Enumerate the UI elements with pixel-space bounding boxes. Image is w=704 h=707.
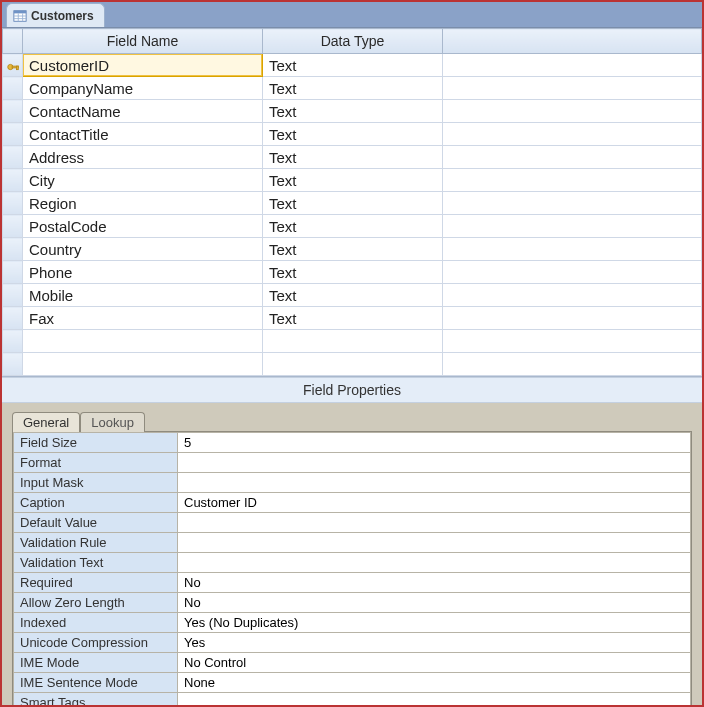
column-header-field-name[interactable]: Field Name [23, 29, 263, 54]
table-icon [13, 9, 27, 23]
field-properties-header: Field Properties [2, 377, 702, 403]
row-selector[interactable] [3, 100, 23, 123]
primary-key-icon [6, 57, 20, 71]
property-value[interactable] [178, 693, 691, 705]
description-cell[interactable] [443, 192, 702, 215]
data-type-cell[interactable]: Text [263, 215, 443, 238]
row-selector[interactable] [3, 353, 23, 376]
property-subtabs: General Lookup [12, 411, 692, 431]
description-cell[interactable] [443, 261, 702, 284]
field-name-cell[interactable]: Phone [23, 261, 263, 284]
description-cell[interactable] [443, 330, 702, 353]
description-cell[interactable] [443, 100, 702, 123]
property-value[interactable]: No Control [178, 653, 691, 673]
property-name: IME Sentence Mode [14, 673, 178, 693]
row-selector[interactable] [3, 261, 23, 284]
field-name-cell[interactable]: Country [23, 238, 263, 261]
row-selector[interactable] [3, 123, 23, 146]
data-type-cell[interactable]: Text [263, 284, 443, 307]
description-cell[interactable] [443, 307, 702, 330]
data-type-cell[interactable]: Text [263, 169, 443, 192]
row-selector[interactable] [3, 77, 23, 100]
property-value[interactable]: Yes [178, 633, 691, 653]
property-value[interactable] [178, 533, 691, 553]
field-name-cell[interactable]: Region [23, 192, 263, 215]
description-cell[interactable] [443, 215, 702, 238]
data-type-cell[interactable]: Text [263, 307, 443, 330]
property-value[interactable]: None [178, 673, 691, 693]
property-name: Allow Zero Length [14, 593, 178, 613]
data-type-cell[interactable] [263, 353, 443, 376]
row-selector[interactable] [3, 146, 23, 169]
svg-rect-1 [14, 11, 26, 14]
description-cell[interactable] [443, 146, 702, 169]
object-tab-customers[interactable]: Customers [6, 3, 105, 27]
property-name: IME Mode [14, 653, 178, 673]
row-selector[interactable] [3, 330, 23, 353]
field-name-cell[interactable]: Mobile [23, 284, 263, 307]
row-selector[interactable] [3, 284, 23, 307]
data-type-cell[interactable]: Text [263, 238, 443, 261]
field-name-cell[interactable]: ContactName [23, 100, 263, 123]
data-type-cell[interactable]: Text [263, 77, 443, 100]
description-cell[interactable] [443, 54, 702, 77]
property-value[interactable] [178, 453, 691, 473]
field-name-cell[interactable]: Address [23, 146, 263, 169]
field-properties-pane: General Lookup Field Size5FormatInput Ma… [2, 403, 702, 705]
description-cell[interactable] [443, 169, 702, 192]
data-type-cell[interactable]: Text [263, 54, 443, 77]
data-type-cell[interactable]: Text [263, 123, 443, 146]
property-value[interactable]: No [178, 573, 691, 593]
property-name: Required [14, 573, 178, 593]
field-name-cell[interactable]: Fax [23, 307, 263, 330]
data-type-cell[interactable]: Text [263, 261, 443, 284]
property-value[interactable]: 5 [178, 433, 691, 453]
property-name: Unicode Compression [14, 633, 178, 653]
data-type-cell[interactable] [263, 330, 443, 353]
data-type-cell[interactable]: Text [263, 100, 443, 123]
field-name-cell[interactable]: PostalCode [23, 215, 263, 238]
field-name-cell[interactable] [23, 330, 263, 353]
field-name-cell[interactable]: City [23, 169, 263, 192]
subtab-lookup[interactable]: Lookup [80, 412, 145, 432]
property-name: Smart Tags [14, 693, 178, 705]
property-name: Field Size [14, 433, 178, 453]
object-tabbar: Customers [2, 2, 702, 28]
field-name-cell[interactable] [23, 353, 263, 376]
property-name: Default Value [14, 513, 178, 533]
property-name: Input Mask [14, 473, 178, 493]
row-selector[interactable] [3, 307, 23, 330]
description-cell[interactable] [443, 77, 702, 100]
row-selector[interactable] [3, 215, 23, 238]
field-name-cell[interactable]: ContactTitle [23, 123, 263, 146]
field-name-cell[interactable]: CustomerID [23, 54, 263, 77]
description-cell[interactable] [443, 353, 702, 376]
row-selector-header[interactable] [3, 29, 23, 54]
property-value[interactable] [178, 473, 691, 493]
data-type-cell[interactable]: Text [263, 146, 443, 169]
property-name: Caption [14, 493, 178, 513]
svg-rect-8 [16, 66, 18, 70]
property-name: Validation Text [14, 553, 178, 573]
fields-grid: Field Name Data Type CustomerIDTextCompa… [2, 28, 702, 377]
field-name-cell[interactable]: CompanyName [23, 77, 263, 100]
property-value[interactable] [178, 513, 691, 533]
column-header-data-type[interactable]: Data Type [263, 29, 443, 54]
property-value[interactable]: No [178, 593, 691, 613]
description-cell[interactable] [443, 123, 702, 146]
property-value[interactable]: Yes (No Duplicates) [178, 613, 691, 633]
description-cell[interactable] [443, 284, 702, 307]
property-name: Validation Rule [14, 533, 178, 553]
property-value[interactable]: Customer ID [178, 493, 691, 513]
property-name: Indexed [14, 613, 178, 633]
description-cell[interactable] [443, 238, 702, 261]
property-value[interactable] [178, 553, 691, 573]
data-type-cell[interactable]: Text [263, 192, 443, 215]
property-name: Format [14, 453, 178, 473]
row-selector[interactable] [3, 169, 23, 192]
row-selector[interactable] [3, 54, 23, 77]
subtab-general[interactable]: General [12, 412, 80, 432]
column-header-description[interactable] [443, 29, 702, 54]
row-selector[interactable] [3, 238, 23, 261]
row-selector[interactable] [3, 192, 23, 215]
